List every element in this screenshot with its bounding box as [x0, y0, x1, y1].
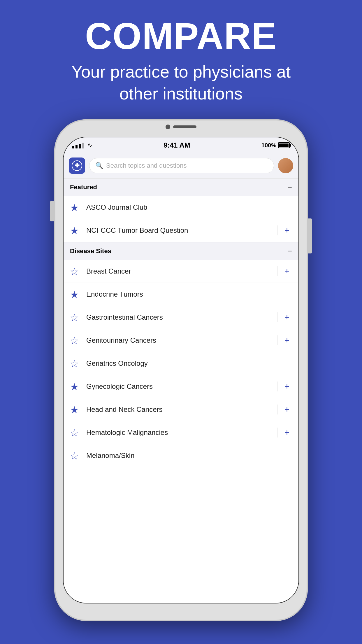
plus-button-breast[interactable]: + — [277, 266, 292, 276]
section-header-featured[interactable]: Featured − — [64, 178, 298, 196]
plus-button-head-neck[interactable]: + — [277, 405, 292, 414]
list-item-genitourinary[interactable]: ☆ Genitourinary Cancers + — [64, 329, 298, 352]
app-logo-icon: ✚ — [72, 160, 82, 171]
star-icon-nci[interactable]: ★ — [70, 225, 81, 236]
signal-bar-3 — [79, 144, 81, 148]
star-icon-melanoma[interactable]: ☆ — [70, 450, 81, 461]
list-item-gastrointestinal[interactable]: ☆ Gastrointestinal Cancers + — [64, 306, 298, 329]
phone-frame: ∿ 9:41 AM 100% ✚ — [54, 119, 308, 621]
list-item-nci-ccc[interactable]: ★ NCI-CCC Tumor Board Question + — [64, 219, 298, 242]
item-label-asco: ASCO Journal Club — [86, 203, 292, 211]
phone-camera-area — [166, 125, 196, 129]
list-item-asco-journal-club[interactable]: ★ ASCO Journal Club — [64, 196, 298, 219]
plus-button-gynecologic[interactable]: + — [277, 382, 292, 391]
phone-screen: ∿ 9:41 AM 100% ✚ — [63, 137, 299, 603]
section-header-disease[interactable]: Disease Sites − — [64, 242, 298, 260]
signal-icons: ∿ — [72, 142, 92, 148]
list-item-geriatrics[interactable]: ☆ Geriatrics Oncology — [64, 352, 298, 375]
plus-button-gastro[interactable]: + — [277, 312, 292, 322]
battery-area: 100% — [261, 142, 290, 149]
search-placeholder: Search topics and questions — [106, 162, 187, 169]
disease-collapse-icon[interactable]: − — [287, 246, 292, 256]
search-icon: 🔍 — [95, 162, 103, 169]
disease-section-title: Disease Sites — [70, 247, 111, 255]
star-icon-gynecologic[interactable]: ★ — [70, 381, 81, 392]
item-label-gastro: Gastrointestinal Cancers — [86, 313, 275, 321]
svg-text:✚: ✚ — [75, 162, 80, 169]
star-icon-head-neck[interactable]: ★ — [70, 404, 81, 415]
user-avatar[interactable] — [278, 158, 293, 173]
item-label-nci: NCI-CCC Tumor Board Question — [86, 226, 275, 235]
signal-bar-2 — [75, 145, 78, 148]
wifi-icon: ∿ — [87, 141, 92, 148]
list-item-breast-cancer[interactable]: ☆ Breast Cancer + — [64, 260, 298, 283]
app-content: ✚ 🔍 Search topics and questions Featured… — [64, 153, 298, 603]
item-label-geriatrics: Geriatrics Oncology — [86, 359, 292, 368]
list-item-gynecologic[interactable]: ★ Gynecologic Cancers + — [64, 375, 298, 398]
phone-device: ∿ 9:41 AM 100% ✚ — [54, 119, 308, 621]
list-item-melanoma[interactable]: ☆ Melanoma/Skin — [64, 444, 298, 467]
hero-title: COMPARE — [85, 18, 277, 55]
item-label-gynecologic: Gynecologic Cancers — [86, 382, 275, 391]
star-icon-asco[interactable]: ★ — [70, 202, 81, 213]
list-item-head-neck[interactable]: ★ Head and Neck Cancers + — [64, 398, 298, 421]
hero-subtitle: Your practice to physicians at other ins… — [50, 61, 312, 105]
star-icon-endocrine[interactable]: ★ — [70, 289, 81, 300]
battery-icon — [278, 142, 290, 148]
plus-button-nci[interactable]: + — [277, 225, 292, 235]
star-icon-hematologic[interactable]: ☆ — [70, 427, 81, 438]
hero-section: COMPARE Your practice to physicians at o… — [0, 0, 362, 116]
star-icon-genito[interactable]: ☆ — [70, 335, 81, 346]
status-time: 9:41 AM — [92, 141, 261, 149]
list-item-hematologic[interactable]: ☆ Hematologic Malignancies + — [64, 421, 298, 444]
item-label-melanoma: Melanoma/Skin — [86, 452, 292, 460]
signal-bar-4 — [82, 143, 84, 148]
star-icon-breast[interactable]: ☆ — [70, 266, 81, 277]
battery-percentage: 100% — [261, 142, 276, 149]
featured-collapse-icon[interactable]: − — [287, 183, 292, 192]
avatar-image — [278, 158, 293, 173]
item-label-hematologic: Hematologic Malignancies — [86, 428, 275, 437]
item-label-endocrine: Endocrine Tumors — [86, 290, 292, 298]
battery-fill — [279, 144, 289, 147]
item-label-breast: Breast Cancer — [86, 267, 275, 275]
signal-bar-1 — [72, 146, 74, 148]
camera-dot — [166, 125, 170, 129]
star-icon-gastro[interactable]: ☆ — [70, 312, 81, 323]
plus-button-genito[interactable]: + — [277, 335, 292, 345]
status-bar: ∿ 9:41 AM 100% — [64, 137, 298, 153]
app-logo: ✚ — [69, 158, 85, 174]
speaker-bar — [173, 125, 196, 128]
plus-button-hematologic[interactable]: + — [277, 428, 292, 438]
search-row: ✚ 🔍 Search topics and questions — [64, 153, 298, 178]
search-bar[interactable]: 🔍 Search topics and questions — [89, 158, 274, 173]
item-label-head-neck: Head and Neck Cancers — [86, 405, 275, 414]
featured-section-title: Featured — [70, 183, 97, 191]
star-icon-geriatrics[interactable]: ☆ — [70, 358, 81, 369]
list-item-endocrine[interactable]: ★ Endocrine Tumors — [64, 283, 298, 306]
item-label-genito: Genitourinary Cancers — [86, 336, 275, 344]
